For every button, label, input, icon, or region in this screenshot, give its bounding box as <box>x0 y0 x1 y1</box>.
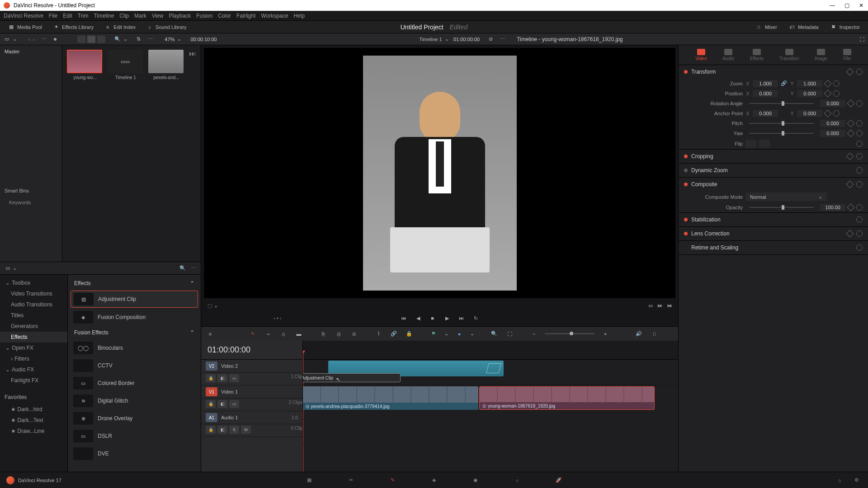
effect-dslr[interactable]: ▭DSLR <box>71 428 198 444</box>
chevron-down-icon[interactable]: ⌄ <box>177 36 181 42</box>
zoom-out-icon[interactable]: − <box>529 330 538 338</box>
play-button[interactable]: ▶ <box>443 314 451 322</box>
favorite-3[interactable]: ★ Draw...Line <box>0 426 67 436</box>
page-edit-icon[interactable]: ✎ <box>387 475 397 485</box>
first-frame-button[interactable]: ⏮ <box>400 314 408 322</box>
inspector-section-stabilization[interactable]: Stabilization <box>679 213 868 226</box>
effect-fusion-composition[interactable]: ◈ Fusion Composition <box>71 309 198 325</box>
anchor-x-input[interactable]: 0.000 <box>753 110 778 117</box>
menu-help[interactable]: Help <box>293 13 305 19</box>
tree-fairlightfx[interactable]: Fairlight FX <box>0 375 67 386</box>
favorite-2[interactable]: ★ Dark...Text <box>0 415 67 426</box>
timeline-view-options-icon[interactable]: ≡ <box>206 330 215 338</box>
menu-mark[interactable]: Mark <box>134 13 146 19</box>
zoom-fit-icon[interactable]: ⛶ <box>505 330 514 338</box>
reset-icon[interactable] <box>856 69 863 75</box>
keyframe-icon[interactable] <box>824 110 832 117</box>
blade-tool-icon[interactable]: ▬ <box>294 330 303 338</box>
bypass-icon[interactable]: ⊘ <box>489 36 493 42</box>
nav-prev-icon[interactable]: ‹ <box>28 37 30 42</box>
snapping-icon[interactable]: ⌇ <box>374 330 383 338</box>
yaw-input[interactable]: 0.000 <box>820 130 845 137</box>
minimize-button[interactable]: — <box>829 2 835 9</box>
tree-video-transitions[interactable]: Video Transitions <box>0 288 67 299</box>
keyframe-icon[interactable] <box>846 230 854 238</box>
search-icon[interactable]: 🔍 <box>179 265 186 271</box>
reset-icon[interactable] <box>856 244 863 251</box>
effect-dve[interactable]: DVE <box>71 446 198 462</box>
inspector-toggle[interactable]: ✖ Inspector <box>827 23 863 32</box>
keyframe-icon[interactable] <box>846 181 854 188</box>
effect-cctv[interactable]: CCTV <box>71 357 198 374</box>
enable-dot-icon[interactable] <box>684 169 688 172</box>
expand-icon[interactable]: ⛶ <box>859 37 864 42</box>
viewer-zoom[interactable]: 47% <box>165 37 175 42</box>
reset-icon[interactable] <box>856 120 863 127</box>
dynamic-trim-icon[interactable]: ⎌ <box>279 330 288 338</box>
tree-filters[interactable]: ›Filters <box>0 353 67 364</box>
track-lock-v1[interactable]: 🔒 <box>206 400 216 408</box>
metadata-toggle[interactable]: 🏷 Metadata <box>785 23 822 32</box>
inspector-section-transform[interactable]: Transform <box>679 65 868 79</box>
enable-dot-icon[interactable] <box>684 183 688 186</box>
tree-audiofx[interactable]: ⌄Audio FX <box>0 364 67 375</box>
customize-icon[interactable]: ⎍ <box>650 330 659 338</box>
insert-icon[interactable]: ⎘ <box>319 330 328 338</box>
menu-davinci[interactable]: DaVinci Resolve <box>4 13 43 19</box>
track-auto-v1[interactable]: ◧ <box>217 400 227 408</box>
chevron-down-icon[interactable]: ⌄ <box>13 265 17 271</box>
loop-button[interactable]: ↻ <box>472 314 480 322</box>
track-auto-v2[interactable]: ◧ <box>217 374 227 382</box>
smart-bin-keywords[interactable]: Keywords <box>5 200 57 205</box>
track-a1[interactable] <box>303 419 678 445</box>
enable-dot-icon[interactable] <box>684 70 688 74</box>
more-icon[interactable]: ⋯ <box>191 265 196 271</box>
pitch-input[interactable]: 0.000 <box>820 120 845 127</box>
effects-cat-effects[interactable]: Effects⌃ <box>71 277 198 289</box>
keyframe-icon[interactable] <box>846 153 854 160</box>
timeline-timecode-display[interactable]: 01:00:00:00 <box>201 341 302 360</box>
menu-view[interactable]: View <box>152 13 164 19</box>
effect-digital-glitch[interactable]: ≋Digital Glitch <box>71 393 198 409</box>
inspector-tab-video[interactable]: Video <box>695 49 707 61</box>
effect-drone-overlay[interactable]: ⊕Drone Overlay <box>71 410 198 427</box>
tree-openfx[interactable]: ⌄Open FX <box>0 343 67 353</box>
chevron-down-icon[interactable]: ⌄ <box>214 303 218 309</box>
search-icon[interactable]: 🔍 <box>114 36 121 42</box>
panel-view-icon[interactable]: ▭ <box>5 265 11 272</box>
rotation-input[interactable]: 0.000 <box>820 100 845 107</box>
page-fairlight-icon[interactable]: ♪ <box>512 475 522 485</box>
timeline-ruler[interactable] <box>303 341 678 360</box>
track-disable-v1[interactable]: ▭ <box>229 400 239 408</box>
track-mute-a1[interactable]: M <box>241 426 251 434</box>
crop-icon[interactable]: ⬚ <box>208 303 212 309</box>
reset-icon[interactable] <box>856 230 863 237</box>
keyframe-icon[interactable] <box>846 68 854 76</box>
inspector-section-dynamic-zoom[interactable]: Dynamic Zoom <box>679 164 868 177</box>
menu-playback[interactable]: Playback <box>169 13 191 19</box>
media-thumb-timeline1[interactable]: ▭▭ Timeline 1 <box>108 50 144 80</box>
tree-titles[interactable]: Titles <box>0 310 67 321</box>
favorite-1[interactable]: ★ Dark...hird <box>0 404 67 415</box>
reset-icon[interactable] <box>833 80 840 87</box>
enable-dot-icon[interactable] <box>684 155 688 158</box>
menu-timeline[interactable]: Timeline <box>94 13 114 19</box>
enable-dot-icon[interactable] <box>684 218 688 221</box>
keyframe-icon[interactable] <box>824 90 832 98</box>
tree-effects[interactable]: Effects <box>0 332 67 343</box>
page-fusion-icon[interactable]: ◈ <box>429 475 439 485</box>
pos-x-input[interactable]: 0.000 <box>753 90 778 97</box>
track-v2[interactable]: Adjustment Clip ↖ <box>303 360 678 385</box>
page-cut-icon[interactable]: ✂ <box>346 475 356 485</box>
last-frame-button[interactable]: ⏭ <box>458 314 466 322</box>
more-icon[interactable]: ⋯ <box>42 36 47 42</box>
media-thumb-pexels[interactable]: pexels-and... <box>148 50 184 80</box>
audio-icon[interactable]: 🔊 <box>634 330 643 338</box>
keyframe-icon[interactable] <box>847 130 855 137</box>
page-color-icon[interactable]: ◉ <box>471 475 481 485</box>
maximize-button[interactable]: ▢ <box>844 2 850 9</box>
zoom-y-input[interactable]: 1.000 <box>797 80 822 87</box>
overwrite-icon[interactable]: ⎙ <box>334 330 343 338</box>
view-metadata-icon[interactable] <box>77 36 85 43</box>
effects-cat-fusion[interactable]: Fusion Effects⌃ <box>71 327 198 338</box>
